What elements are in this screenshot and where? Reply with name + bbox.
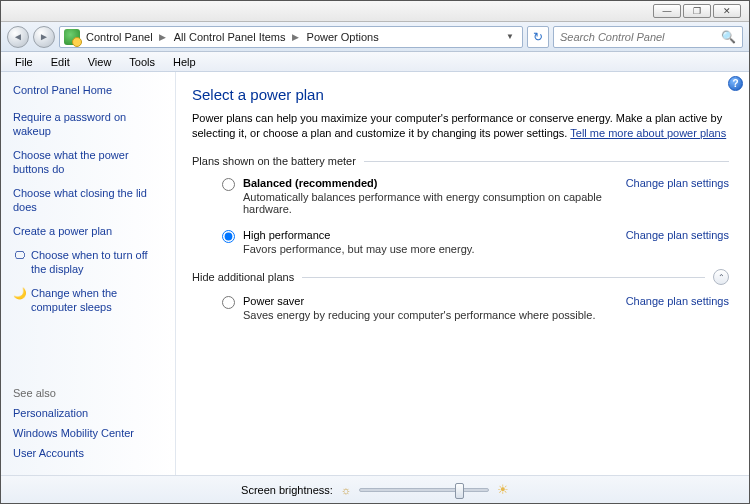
menu-help[interactable]: Help [165, 54, 204, 70]
menu-view[interactable]: View [80, 54, 120, 70]
see-also-personalization[interactable]: Personalization [13, 407, 165, 419]
plan-balanced-name: Balanced (recommended) [243, 177, 614, 189]
navigation-row: ◄ ► Control Panel▶ All Control Panel Ite… [1, 22, 749, 52]
sun-dim-icon: ☼ [341, 484, 351, 496]
page-title: Select a power plan [192, 86, 729, 103]
intro-text: Power plans can help you maximize your c… [192, 111, 729, 141]
tell-me-more-link[interactable]: Tell me more about power plans [570, 127, 726, 139]
control-panel-home-link[interactable]: Control Panel Home [13, 84, 165, 96]
group-battery-meter: Plans shown on the battery meter [192, 155, 729, 167]
plan-high-performance: High performance Favors performance, but… [192, 229, 729, 255]
plan-saver-radio[interactable] [222, 296, 235, 309]
search-box[interactable]: 🔍 [553, 26, 743, 48]
close-button[interactable]: ✕ [713, 4, 741, 18]
minimize-button[interactable]: — [653, 4, 681, 18]
sun-bright-icon: ☀ [497, 482, 509, 497]
menu-file[interactable]: File [7, 54, 41, 70]
search-icon: 🔍 [721, 30, 736, 44]
plan-balanced-desc: Automatically balances performance with … [243, 191, 614, 215]
sidebar-link-computer-sleeps[interactable]: 🌙Change when the computer sleeps [13, 286, 165, 314]
address-bar[interactable]: Control Panel▶ All Control Panel Items▶ … [59, 26, 523, 48]
brightness-slider[interactable] [359, 488, 489, 492]
see-also-label: See also [13, 387, 165, 399]
menu-tools[interactable]: Tools [121, 54, 163, 70]
plan-saver-desc: Saves energy by reducing your computer's… [243, 309, 614, 321]
help-icon[interactable]: ? [728, 76, 743, 91]
change-settings-balanced[interactable]: Change plan settings [626, 177, 729, 189]
refresh-button[interactable]: ↻ [527, 26, 549, 48]
plan-power-saver: Power saver Saves energy by reducing you… [192, 295, 729, 321]
breadcrumb-power-options[interactable]: Power Options [305, 31, 381, 43]
see-also-user-accounts[interactable]: User Accounts [13, 447, 165, 459]
sidebar-link-password-wakeup[interactable]: Require a password on wakeup [13, 110, 165, 138]
title-bar: — ❐ ✕ [1, 1, 749, 22]
sidebar-link-power-buttons[interactable]: Choose what the power buttons do [13, 148, 165, 176]
sidebar-link-turn-off-display[interactable]: 🖵Choose when to turn off the display [13, 248, 165, 276]
change-settings-highperf[interactable]: Change plan settings [626, 229, 729, 241]
see-also-mobility-center[interactable]: Windows Mobility Center [13, 427, 165, 439]
brightness-footer: Screen brightness: ☼ ☀ [1, 475, 749, 503]
plan-highperf-radio[interactable] [222, 230, 235, 243]
plan-saver-name: Power saver [243, 295, 614, 307]
forward-button[interactable]: ► [33, 26, 55, 48]
main-content: ? Select a power plan Power plans can he… [176, 72, 749, 475]
search-input[interactable] [560, 31, 721, 43]
group-additional-plans: Hide additional plans ⌃ [192, 269, 729, 285]
plan-highperf-desc: Favors performance, but may use more ene… [243, 243, 614, 255]
moon-icon: 🌙 [13, 286, 25, 314]
menu-bar: File Edit View Tools Help [1, 52, 749, 72]
breadcrumb-control-panel[interactable]: Control Panel▶ [84, 31, 168, 43]
sidebar-link-closing-lid[interactable]: Choose what closing the lid does [13, 186, 165, 214]
address-dropdown-icon[interactable]: ▼ [502, 32, 518, 41]
control-panel-icon [64, 29, 80, 45]
sidebar-link-create-plan[interactable]: Create a power plan [13, 224, 165, 238]
breadcrumb-all-items[interactable]: All Control Panel Items▶ [172, 31, 301, 43]
menu-edit[interactable]: Edit [43, 54, 78, 70]
plan-balanced: Balanced (recommended) Automatically bal… [192, 177, 729, 215]
maximize-button[interactable]: ❐ [683, 4, 711, 18]
plan-highperf-name: High performance [243, 229, 614, 241]
plan-balanced-radio[interactable] [222, 178, 235, 191]
back-button[interactable]: ◄ [7, 26, 29, 48]
display-icon: 🖵 [13, 248, 25, 276]
brightness-thumb[interactable] [455, 483, 464, 499]
sidebar: Control Panel Home Require a password on… [1, 72, 176, 475]
change-settings-saver[interactable]: Change plan settings [626, 295, 729, 307]
collapse-additional-button[interactable]: ⌃ [713, 269, 729, 285]
brightness-label: Screen brightness: [241, 484, 333, 496]
